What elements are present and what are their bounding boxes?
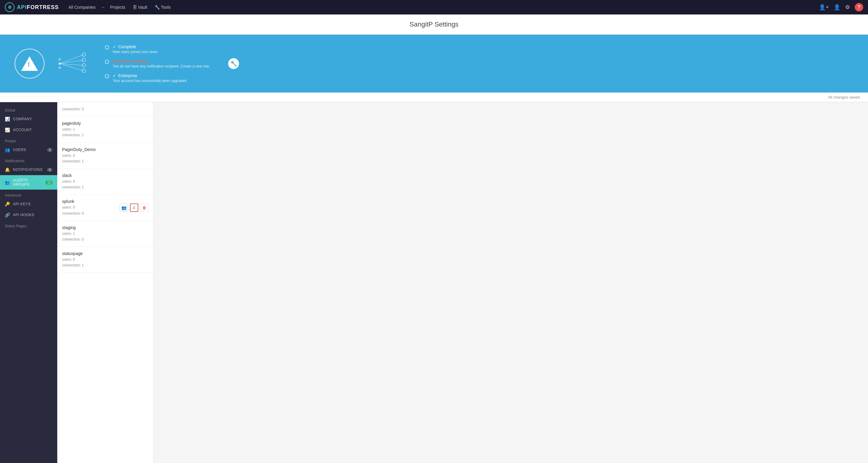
users-badge: 3: [47, 148, 53, 152]
list-item-splunk[interactable]: splunk users: 0connectors: 0 👥 ⬇ 🗑: [57, 195, 153, 221]
nav-all-companies[interactable]: All Companies: [66, 4, 98, 11]
nav-vault[interactable]: 🗄 Vault: [130, 4, 150, 11]
list-item-meta: users: 1connectors: 1: [62, 127, 149, 138]
list-panel: connectors: 0 pagerduty users: 1connecto…: [57, 102, 154, 463]
sidebar-item-users[interactable]: 👥 USERS 3: [0, 144, 57, 155]
hero-dot-enterprise: [105, 74, 109, 79]
alerts-groups-icon: 👥: [5, 180, 10, 185]
svg-line-1: [60, 60, 84, 64]
sidebar-item-api-keys[interactable]: 🔑 API KEYS: [0, 198, 57, 210]
status-text: All changes saved.: [828, 95, 861, 99]
list-item-name: slack: [62, 173, 149, 178]
list-item-actions: 👥 ⬇ 🗑: [120, 204, 149, 212]
sidebar-label-notifications: NOTIFICATIONS: [13, 167, 44, 172]
help-icon[interactable]: ?: [855, 3, 863, 11]
nav-arrow-icon: →: [100, 4, 105, 10]
nav-links: All Companies → Projects 🗄 Vault 🔧 Tools: [66, 4, 812, 11]
settings-icon[interactable]: ⚙: [845, 4, 850, 10]
api-keys-icon: 🔑: [5, 202, 10, 207]
sidebar-item-company[interactable]: 📊 COMPANY: [0, 114, 57, 124]
hero-enterprise-title: ✓ Enterprise: [113, 73, 187, 78]
list-item[interactable]: connectors: 0: [57, 102, 153, 117]
sidebar-item-alerts-groups[interactable]: 👥 ALERTS GROUPS 13: [0, 175, 57, 190]
list-item[interactable]: PagerDuty_Demo users: 0connectors: 1: [57, 143, 153, 169]
sidebar: Global 📊 COMPANY 📈 ACCOUNT People 👥 USER…: [0, 102, 57, 463]
download-button[interactable]: ⬇: [130, 204, 138, 212]
sidebar-item-account[interactable]: 📈 ACCOUNT: [0, 124, 57, 135]
hero-enterprise-desc: Your account has successfully been upgra…: [113, 79, 187, 83]
vault-icon: 🗄: [133, 5, 137, 10]
list-item-name: PagerDuty_Demo: [62, 147, 149, 152]
hero-alert-desc: You do not have any notification recipie…: [113, 64, 210, 68]
users-icon: 👥: [5, 147, 10, 152]
add-user-icon[interactable]: 👤+: [819, 4, 829, 10]
top-navigation: ⚙ APIFORTRESS All Companies → Projects 🗄…: [0, 0, 868, 14]
sidebar-section-advanced: Advanced: [0, 190, 57, 198]
list-item-name: staging: [62, 225, 149, 230]
hero-complete-title: ✓ Complete: [113, 44, 158, 49]
add-users-button[interactable]: 👥: [120, 204, 128, 212]
check-icon: ✓: [113, 44, 116, 49]
hero-lines-svg: [57, 49, 93, 79]
sidebar-label-api-keys: API KEYS: [13, 202, 53, 206]
nav-projects[interactable]: Projects: [107, 4, 128, 11]
list-item-meta: users: 0connectors: 0: [62, 205, 120, 216]
delete-button[interactable]: 🗑: [140, 204, 149, 212]
notifications-icon: 🔔: [5, 167, 10, 172]
check-icon-enterprise: ✓: [113, 73, 116, 78]
api-hooks-icon: 🔗: [5, 213, 10, 217]
hero-item-complete: ✓ Complete New users joined your team.: [105, 44, 210, 54]
hero-dot-complete: [105, 45, 109, 50]
list-item-name: pagerduty: [62, 121, 149, 126]
list-item-meta: users: 0connectors: 1: [62, 153, 149, 164]
nav-right-icons: 👤+ 👤 ⚙ ?: [819, 3, 863, 11]
logo[interactable]: ⚙ APIFORTRESS: [5, 2, 59, 12]
nav-tools[interactable]: 🔧 Tools: [152, 4, 173, 11]
list-item[interactable]: slack users: 0connectors: 1: [57, 169, 153, 195]
detail-panel: [154, 102, 868, 463]
logo-text: APIFORTRESS: [17, 4, 59, 10]
svg-line-0: [60, 55, 84, 64]
list-item-meta: connectors: 0: [62, 106, 149, 112]
svg-point-5: [59, 58, 61, 61]
page-title: SangitP Settings: [0, 14, 868, 35]
svg-point-6: [59, 67, 61, 69]
list-item[interactable]: statuspage users: 0connectors: 1: [57, 247, 153, 273]
content-area: connectors: 0 pagerduty users: 1connecto…: [57, 102, 868, 463]
logo-icon: ⚙: [5, 2, 14, 12]
warning-triangle: [21, 56, 38, 71]
sidebar-label-users: USERS: [13, 148, 44, 152]
account-icon: 📈: [5, 127, 10, 132]
company-icon: 📊: [5, 117, 10, 121]
sidebar-label-account: ACCOUNT: [13, 128, 53, 132]
hero-item-alert: No alerts recipients You do not have any…: [105, 59, 210, 68]
svg-point-4: [59, 62, 61, 65]
list-item-name: splunk: [62, 199, 120, 204]
notifications-badge: 0: [47, 168, 53, 172]
hero-wrench-button[interactable]: 🔧: [228, 58, 239, 69]
list-item[interactable]: pagerduty users: 1connectors: 1: [57, 117, 153, 143]
list-item-meta: users: 1connectors: 0: [62, 231, 149, 242]
list-item-name: statuspage: [62, 251, 149, 256]
sidebar-item-notifications[interactable]: 🔔 NOTIFICATIONS 0: [0, 164, 57, 175]
sidebar-label-alerts-groups: ALERTS GROUPS: [13, 178, 42, 187]
list-item-meta: users: 0connectors: 1: [62, 179, 149, 190]
sidebar-section-people: People: [0, 135, 57, 144]
hero-complete-desc: New users joined your team.: [113, 50, 158, 54]
hero-banner: ✓ Complete New users joined your team. N…: [0, 35, 868, 93]
sidebar-section-status-pages: Status Pages: [0, 220, 57, 229]
alerts-groups-badge: 13: [45, 181, 53, 184]
main-layout: Global 📊 COMPANY 📈 ACCOUNT People 👥 USER…: [0, 102, 868, 463]
tools-icon: 🔧: [155, 5, 160, 10]
hero-dot-alert: [105, 60, 109, 64]
hero-warning-icon: [14, 49, 44, 79]
sidebar-label-company: COMPANY: [13, 117, 53, 121]
list-item[interactable]: staging users: 1connectors: 0: [57, 221, 153, 247]
user-icon[interactable]: 👤: [834, 4, 840, 10]
sidebar-label-api-hooks: API HOOKS: [13, 213, 53, 217]
list-item-meta: users: 0connectors: 1: [62, 257, 149, 268]
sidebar-item-api-hooks[interactable]: 🔗 API HOOKS: [0, 210, 57, 220]
sidebar-section-global: Global: [0, 104, 57, 114]
hero-content: ✓ Complete New users joined your team. N…: [105, 44, 210, 83]
sidebar-section-notifications: Notifications: [0, 155, 57, 164]
